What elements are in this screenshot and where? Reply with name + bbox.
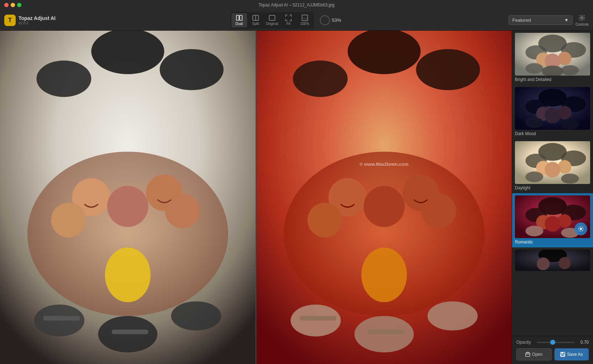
opacity-slider[interactable]	[537, 342, 574, 343]
svg-point-11	[160, 49, 224, 90]
preset-bright-label: Bright and Detailed	[515, 76, 590, 83]
original-scene-svg	[0, 31, 256, 364]
preset-partial[interactable]	[512, 247, 593, 273]
svg-point-83	[580, 228, 582, 230]
canvas-area: © www.MacDown.com	[0, 31, 512, 364]
action-buttons: Open Save As	[516, 348, 589, 360]
svg-rect-0	[236, 15, 239, 20]
preset-dark-label: Dark Mood	[515, 130, 590, 137]
view-original-button[interactable]: Original	[264, 13, 280, 27]
svg-rect-21	[44, 316, 80, 321]
image-panel-processed: © www.MacDown.com	[256, 31, 512, 364]
preset-daylight[interactable]: Daylight	[512, 139, 593, 193]
svg-rect-52	[515, 33, 590, 76]
svg-point-7	[581, 17, 583, 19]
close-button[interactable]	[4, 3, 9, 7]
preset-romantic-thumbnail	[515, 195, 590, 238]
sidebar: Bright and Detailed	[512, 31, 593, 364]
brand: T Topaz Adjust AI v1.0.2	[4, 15, 56, 26]
opacity-value: 0.70	[577, 340, 589, 345]
svg-point-10	[36, 61, 91, 97]
processed-image: © www.MacDown.com	[256, 31, 512, 364]
preset-daylight-thumbnail	[515, 141, 590, 184]
opacity-label: Opacity	[516, 340, 534, 345]
svg-rect-62	[515, 87, 590, 130]
svg-point-15	[107, 186, 148, 227]
main-area: © www.MacDown.com	[0, 31, 593, 364]
view-dual-button[interactable]: Dual	[231, 13, 247, 27]
image-panel-original	[0, 31, 256, 364]
preset-partial-thumbnail	[515, 250, 590, 271]
bottom-controls: Opacity 0.70 Open	[512, 336, 593, 364]
svg-rect-91	[561, 355, 564, 356]
window-title: Topaz Adjust AI – 52112_AJJMEb63.jpg	[259, 2, 334, 7]
preset-romantic[interactable]: Romantic	[512, 193, 593, 247]
brand-text: Topaz Adjust AI v1.0.2	[19, 15, 56, 25]
opacity-thumb[interactable]	[550, 340, 555, 345]
title-bar: Topaz Adjust AI – 52112_AJJMEb63.jpg	[0, 0, 593, 10]
view-fit-button[interactable]: Fit	[281, 13, 296, 27]
processed-scene-svg	[256, 31, 512, 364]
svg-rect-4	[269, 15, 275, 20]
preset-bright-thumbnail	[515, 33, 590, 76]
brand-version: v1.0.2	[19, 21, 56, 25]
sidebar-spacer	[512, 273, 593, 336]
svg-point-87	[559, 257, 571, 269]
minimize-button[interactable]	[11, 3, 15, 7]
svg-text:1:1: 1:1	[303, 17, 307, 20]
maximize-button[interactable]	[17, 3, 21, 7]
svg-point-20	[171, 301, 221, 330]
featured-dropdown[interactable]: Featured ▼	[508, 15, 573, 25]
svg-point-23	[105, 247, 150, 302]
zoom-value: 53%	[332, 17, 341, 23]
svg-rect-40	[256, 31, 512, 364]
controls-label: Controls	[576, 22, 589, 26]
view-split-button[interactable]: Split	[248, 13, 264, 27]
brand-icon: T	[4, 15, 16, 26]
view-controls: Dual Split Original Fit	[230, 12, 314, 29]
svg-point-16	[51, 203, 86, 237]
svg-point-9	[91, 31, 164, 74]
preset-dark-mood[interactable]: Dark Mood	[512, 85, 593, 139]
opacity-row: Opacity 0.70	[516, 340, 589, 345]
toolbar-right: Featured ▼ Controls	[508, 14, 589, 26]
zoom-circle-icon	[320, 15, 330, 25]
svg-rect-22	[112, 330, 148, 334]
zoom-display: 53%	[320, 15, 341, 25]
preset-bright-and-detailed[interactable]: Bright and Detailed	[512, 31, 593, 85]
controls-button[interactable]: Controls	[576, 14, 589, 26]
brand-name: Topaz Adjust AI	[19, 15, 56, 21]
svg-point-17	[165, 194, 200, 228]
original-image	[0, 31, 256, 364]
save-as-button[interactable]: Save As	[554, 348, 589, 360]
preset-dark-thumbnail	[515, 87, 590, 130]
romantic-settings-icon[interactable]	[574, 222, 587, 235]
dropdown-arrow-icon: ▼	[564, 17, 569, 23]
svg-rect-88	[526, 353, 530, 357]
svg-rect-90	[561, 352, 563, 354]
preset-daylight-label: Daylight	[515, 184, 590, 191]
traffic-lights[interactable]	[4, 3, 21, 7]
svg-rect-1	[240, 15, 242, 20]
svg-point-86	[537, 257, 550, 270]
open-button[interactable]: Open	[516, 348, 552, 360]
toolbar: T Topaz Adjust AI v1.0.2 Dual Split	[0, 10, 593, 31]
view-100-button[interactable]: 1:1 100%	[297, 13, 313, 27]
preset-romantic-label: Romantic	[515, 238, 590, 245]
svg-rect-72	[515, 141, 590, 184]
